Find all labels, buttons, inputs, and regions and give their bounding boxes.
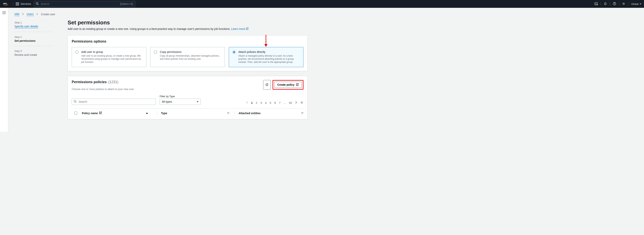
radio-icon [232, 50, 236, 54]
col-policy-name[interactable]: Policy name [82, 112, 98, 115]
external-link-icon [296, 83, 299, 86]
option-desc: Attach a managed policy directly to a us… [238, 54, 300, 64]
option-title: Attach policies directly [238, 50, 300, 53]
policy-search-input[interactable] [72, 99, 156, 105]
option-add-to-group[interactable]: Add user to group Add user to an existin… [72, 47, 146, 67]
breadcrumb: IAM Users Create user [14, 12, 308, 16]
page-4[interactable]: 4 [265, 101, 267, 104]
region-label: Global [631, 2, 638, 5]
svg-point-7 [623, 3, 624, 4]
step-label: Step 1 [14, 21, 53, 24]
wizard-steps: Step 1 Specify user details Step 2 Set p… [14, 19, 53, 62]
permissions-options-title: Permissions options [72, 39, 304, 43]
table-settings-icon[interactable] [300, 101, 304, 105]
annotation-highlight-box: Create policy [272, 80, 304, 90]
external-link-icon [246, 27, 248, 31]
page-title: Set permissions [68, 19, 308, 26]
radio-icon [76, 50, 78, 54]
crumb-current: Create user [41, 13, 55, 16]
option-title: Copy permissions [160, 50, 221, 53]
col-attached-entities[interactable]: Attached entities [238, 112, 261, 115]
learn-more-link[interactable]: Learn more [231, 27, 249, 30]
permissions-policies-panel: Permissions policies (1231) Choose one o… [68, 76, 308, 119]
page-2[interactable]: 2 [256, 101, 257, 104]
search-icon [36, 2, 39, 6]
crumb-users[interactable]: Users [26, 12, 34, 16]
col-type[interactable]: Type [161, 112, 167, 115]
chevron-right-icon [22, 13, 24, 16]
page-ellipsis: ... [284, 101, 286, 104]
svg-line-13 [76, 102, 76, 103]
policy-search [72, 99, 156, 105]
page-5[interactable]: 5 [270, 101, 271, 104]
step-1-link[interactable]: Specify user details [14, 25, 38, 28]
crumb-iam[interactable]: IAM [14, 12, 19, 16]
step-1: Step 1 Specify user details [14, 19, 53, 32]
option-title: Add user to group [81, 50, 143, 53]
chevron-right-icon [36, 13, 38, 16]
permissions-options-panel: Permissions options Add user to group Ad… [68, 35, 308, 71]
sort-icon [301, 112, 304, 114]
services-button[interactable]: Services [16, 2, 31, 5]
nav-search: [Option+S] [34, 1, 136, 7]
step-2: Step 2 Set permissions [14, 34, 53, 46]
page-1[interactable]: 1 [251, 101, 253, 104]
page-7[interactable]: 7 [279, 101, 280, 104]
grid-icon [16, 2, 19, 5]
svg-point-1 [36, 2, 38, 4]
svg-text:aws: aws [3, 2, 7, 4]
step-label: Step 3 [14, 50, 53, 52]
create-policy-button[interactable]: Create policy [274, 82, 302, 88]
external-link-icon [99, 111, 102, 115]
settings-icon[interactable] [622, 2, 626, 6]
notifications-icon[interactable] [604, 2, 607, 6]
option-attach-policies[interactable]: Attach policies directly Attach a manage… [229, 47, 304, 67]
sort-asc-icon [146, 112, 148, 114]
svg-line-2 [38, 4, 38, 5]
page-description: Add user to an existing group or create … [68, 27, 308, 31]
policies-subtitle: Choose one or more policies to attach to… [72, 88, 134, 91]
top-nav: aws Services [Option+S] [0, 0, 644, 8]
policy-table-header: Policy name Type Attached entities [72, 108, 304, 115]
annotation-arrow [264, 35, 268, 48]
svg-point-12 [74, 100, 76, 102]
aws-logo[interactable]: aws [3, 2, 10, 6]
option-desc: Add user to an existing group, or create… [81, 54, 143, 64]
nav-toggle-icon[interactable] [2, 11, 6, 132]
sort-icon [227, 112, 230, 114]
step-3-title: Review and create [14, 53, 53, 56]
step-label: Step 2 [14, 35, 53, 38]
search-icon [74, 100, 76, 103]
step-3: Step 3 Review and create [14, 48, 53, 60]
search-shortcut-hint: [Option+S] [120, 2, 133, 5]
svg-point-14 [301, 102, 302, 103]
filter-value: All types [162, 100, 172, 103]
option-desc: Copy all group memberships, attached man… [160, 54, 221, 60]
filter-label: Filter by Type [160, 95, 201, 98]
page-next[interactable] [295, 101, 297, 104]
svg-point-6 [614, 4, 615, 5]
radio-icon [154, 50, 157, 54]
select-all-checkbox[interactable] [74, 112, 77, 115]
pagination: 1 2 3 4 5 6 7 ... 62 [246, 101, 304, 105]
option-copy-permissions[interactable]: Copy permissions Copy all group membersh… [150, 47, 225, 67]
page-6[interactable]: 6 [274, 101, 276, 104]
caret-down-icon [196, 101, 198, 102]
side-rail [0, 8, 8, 132]
services-label: Services [20, 2, 31, 5]
refresh-icon [265, 83, 268, 86]
page-prev[interactable] [246, 101, 248, 104]
step-2-title: Set permissions [14, 39, 53, 42]
filter-type-select[interactable]: All types [160, 99, 201, 105]
region-selector[interactable]: Global [631, 2, 641, 5]
page-3[interactable]: 3 [260, 101, 262, 104]
policies-count: (1231) [108, 80, 118, 84]
cloudshell-icon[interactable] [594, 2, 598, 6]
refresh-button[interactable] [263, 80, 270, 90]
page-last[interactable]: 62 [289, 101, 292, 104]
policies-title: Permissions policies (1231) [72, 80, 134, 84]
help-icon[interactable] [613, 2, 616, 6]
caret-down-icon [640, 3, 641, 4]
